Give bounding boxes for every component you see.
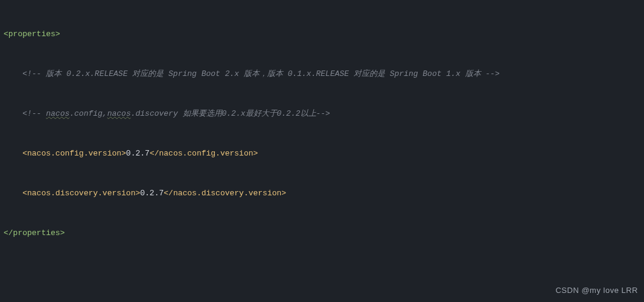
code-line[interactable]: <nacos.config.version>0.2.7</nacos.confi… bbox=[4, 147, 640, 160]
code-line[interactable]: <properties> bbox=[4, 28, 640, 41]
code-line[interactable]: </properties> bbox=[4, 227, 640, 240]
blank-line[interactable] bbox=[4, 266, 640, 280]
xml-comment: <!-- nacos.config,nacos.discovery 如果要选用0… bbox=[22, 109, 330, 118]
xml-tag: </nacos.discovery.version> bbox=[164, 189, 286, 198]
blank-line[interactable] bbox=[4, 293, 640, 302]
xml-text: 0.2.7 bbox=[140, 189, 164, 198]
code-line[interactable]: <nacos.discovery.version>0.2.7</nacos.di… bbox=[4, 187, 640, 200]
xml-text: 0.2.7 bbox=[126, 149, 150, 158]
xml-tag: <nacos.config.version> bbox=[22, 149, 126, 158]
code-line[interactable]: <!-- nacos.config,nacos.discovery 如果要选用0… bbox=[4, 107, 640, 121]
xml-tag-properties-open: <properties> bbox=[4, 30, 60, 39]
watermark-text: CSDN @my love LRR bbox=[555, 284, 638, 297]
xml-tag-properties-close: </properties> bbox=[4, 228, 65, 238]
code-line[interactable]: <!-- 版本 0.2.x.RELEASE 对应的是 Spring Boot 2… bbox=[4, 68, 640, 81]
xml-tag: </nacos.config.version> bbox=[150, 149, 258, 158]
code-editor[interactable]: <properties> <!-- 版本 0.2.x.RELEASE 对应的是 … bbox=[0, 0, 644, 302]
xml-comment: <!-- 版本 0.2.x.RELEASE 对应的是 Spring Boot 2… bbox=[22, 69, 500, 78]
xml-tag: <nacos.discovery.version> bbox=[22, 189, 140, 198]
